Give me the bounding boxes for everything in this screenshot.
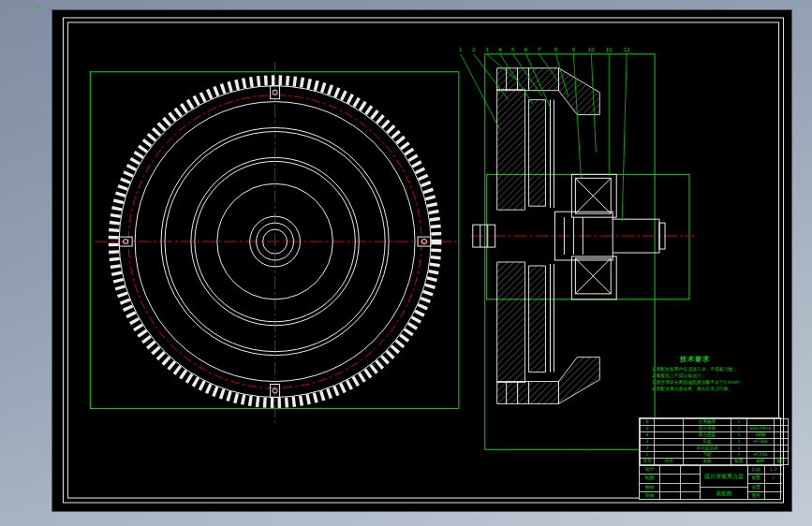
desktop-background: + [0,0,812,526]
callout-number: 8 [554,47,558,52]
callout-number: 3 [485,47,489,52]
drawing-name-cell: 膜片弹簧离合器 装配图 [700,466,747,500]
cad-viewport[interactable]: 1 2 3 4 5 6 7 8 9 10 11 12 技术要求 1.装配前各零件… [52,9,792,512]
signature-row: 审核 [640,492,700,500]
flywheel-section [497,68,559,404]
parts-row: 6分离轴承1 [641,419,789,426]
parts-row: 1飞轮1HT250 [641,452,789,459]
callout-number: 2 [472,47,475,52]
parts-header-row: 序号代号名称数量材料备注 [641,459,789,465]
front-view-boundary [90,72,459,409]
technical-notes: 技术要求 1.装配前各零件应清洗干净，不得有污物； 2.摩擦面上不得沾有油污； … [652,355,774,392]
note-line: 2.摩擦面上不得沾有油污； [652,373,774,379]
front-centerlines [95,62,456,426]
signature-row: 制图 [640,475,700,483]
title-block-main: 设计 制图 校核 审核 膜片弹簧离合器 装配图 [640,465,782,500]
callout-number: 1 [459,47,462,52]
callout-number: 9 [572,47,576,52]
callout-number: 11 [606,47,613,52]
crosshair-icon: + [34,4,40,11]
release-bearing [571,174,616,300]
title-block: 6分离轴承1 5膜片弹簧160Si2MnA 4离合器盖108钢 3压盘1HT30… [639,417,781,500]
notes-title: 技术要求 [680,355,774,364]
callout-number: 12 [624,47,630,52]
front-view [90,62,459,426]
callout-number: 10 [588,47,595,52]
drawing-subtitle: 装配图 [701,488,747,500]
callout-number: 6 [524,47,528,52]
callout-number: 4 [498,47,502,52]
scale-grid: 比例1:2 数量1 质量 图号 [747,466,782,500]
note-line: 3.膜片弹簧分离指端面跳动量不大于0.8mm； [652,379,774,386]
note-line: 4.装配后离合器分离、接合应灵活可靠。 [652,386,774,392]
note-line: 1.装配前各零件应清洗干净，不得有污物； [652,366,774,373]
callout-number: 7 [538,47,541,52]
scale-row: 比例1:2 [748,466,782,475]
parts-row: 5膜片弹簧160Si2MnA [641,426,789,432]
drawing-number-row: 图号 [748,492,782,500]
signature-row: 校核 [640,484,700,492]
parts-row: 4离合器盖108钢 [641,432,789,439]
drawing-name: 膜片弹簧离合器 [701,466,747,488]
parts-row: 2从动盘总成1 [641,446,789,452]
signature-row: 设计 [640,466,700,475]
quantity-row: 数量1 [748,475,782,483]
signature-grid: 设计 制图 校核 审核 [640,466,700,500]
mass-row: 质量 [748,484,782,492]
parts-row: 3压盘1HT300 [641,439,789,446]
parts-table: 6分离轴承1 5膜片弹簧160Si2MnA 4离合器盖108钢 3压盘1HT30… [640,418,789,465]
callout-number: 5 [511,47,514,52]
